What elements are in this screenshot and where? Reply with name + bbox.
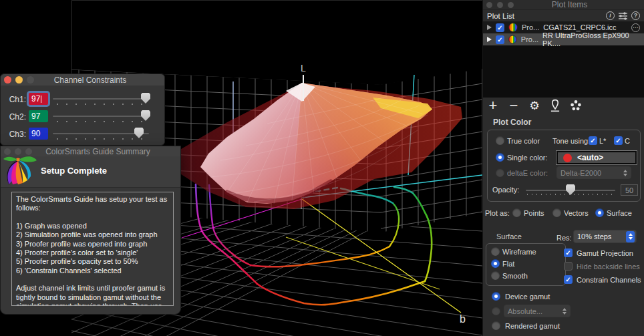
true-color-radio[interactable] [496,136,504,145]
close-icon[interactable] [4,76,11,83]
help-icon[interactable]: ? [631,11,640,20]
flat-radio[interactable] [491,259,500,268]
tone-l-checkbox[interactable]: ✓ [589,136,597,145]
disclosure-triangle-icon[interactable] [487,37,492,42]
plot-list-toolbar: + − ⚙ [487,99,582,112]
rendering-intent-dropdown: Absolute... [504,305,571,317]
add-profile-button[interactable]: + [487,99,499,112]
channel-constraints-window: Channel Constraints Ch1: 97 Ch2: 97 Ch3:… [0,73,165,146]
minimize-icon[interactable] [497,2,503,8]
disclosure-triangle-icon[interactable] [487,25,492,30]
plot-as-points-radio[interactable] [512,208,521,217]
hide-backside-lines-checkbox [564,262,573,271]
channel-1-input[interactable]: 97 [29,93,48,105]
opacity-label: Opacity: [492,186,519,194]
rendered-gamut-label: Rendered gamut [505,322,560,330]
row-prefix: Pro... [522,23,539,31]
channel-label: Ch2: [6,112,26,122]
channel-label: Ch3: [6,130,26,139]
close-icon[interactable] [4,148,11,155]
deltae-color-label: deltaE color: [507,169,548,177]
constrain-channels-label: Constrain Channels [577,276,641,284]
app-window: L b Channel Constraints Ch1: 97 Ch2: 97 … [0,0,644,336]
b-axis-label: b [460,313,466,325]
l-axis-label: L [301,63,306,73]
tone-using-label: Tone using: [552,137,590,145]
text-caret [41,96,41,103]
surface-group-label: Surface [496,232,522,240]
smooth-label: Smooth [502,272,528,280]
guide-step: 6) 'Constrain Channels' selected [16,267,169,275]
flat-label: Flat [502,260,514,268]
channel-3-input[interactable]: 90 [29,128,48,140]
channel-constraints-titlebar[interactable]: Channel Constraints [1,74,164,86]
plot-as-surface-radio[interactable] [595,208,604,217]
window-title: Channel Constraints [38,75,142,85]
plot-as-vectors-radio[interactable] [552,208,561,217]
plot-items-titlebar[interactable]: Plot Items [483,0,644,10]
visibility-checkbox[interactable]: ✓ [496,35,504,44]
colorsmarts-header: Setup Complete [1,156,180,188]
guide-intro: The ColorSmarts Guide has setup your tes… [16,195,169,213]
rendered-gamut-radio[interactable] [492,321,500,330]
wireframe-radio[interactable] [491,247,500,256]
gamut-projection-label: Gamut Projection [577,249,633,257]
channel-2-input[interactable]: 97 [29,110,48,122]
deltae-color-radio [496,168,504,177]
zoom-icon [25,148,32,155]
guide-step: 1) Graph was opened [16,222,169,230]
row-ellipsis-icon[interactable]: ⋯ [631,23,640,32]
eyedropper-icon[interactable] [549,99,561,112]
guide-step: 3) Proofer profile was opened into graph [16,240,169,248]
gear-icon[interactable]: ⚙ [528,99,540,112]
channel-1-slider[interactable] [53,98,149,100]
zoom-icon [508,2,514,8]
profile-name: CGATS21_CRPC6.icc [543,23,616,31]
channel-2-slider-thumb[interactable] [141,110,150,121]
channel-2-slider[interactable] [53,116,149,117]
channel-row: Ch3: 90 [1,128,164,142]
minimize-icon[interactable] [15,76,23,83]
plot-list-label: Plot List [487,12,603,20]
stepper-icon [623,170,627,176]
plot-as-label: Plot as: [485,209,510,217]
close-icon[interactable] [486,2,492,8]
tone-c-label: C [625,137,630,145]
color-dots-icon[interactable] [570,99,582,112]
visibility-checkbox[interactable]: ✓ [496,23,504,32]
row-prefix: Pro... [521,35,538,43]
resolution-dropdown[interactable]: 10% steps [573,230,637,243]
guide-step: 2) Simulation profile was opened into gr… [16,230,169,239]
single-color-label: Single color: [507,154,548,162]
tone-c-checkbox[interactable]: ✓ [614,136,623,145]
single-color-radio[interactable] [496,153,504,162]
opacity-value[interactable]: 50 [621,184,638,196]
res-label: Res: [556,234,572,242]
constrain-channels-checkbox[interactable]: ✓ [564,275,573,284]
minimize-icon[interactable] [15,148,21,155]
channel-3-slider-thumb[interactable] [134,128,144,138]
device-gamut-radio[interactable] [492,292,500,301]
stepper-icon [626,231,635,242]
deltae-metric-dropdown: Delta-E2000 [556,166,631,179]
filter-settings-icon[interactable] [618,11,628,20]
single-color-well[interactable]: <auto> [556,151,637,164]
profile-name: RR UltraProGloss EpX900 PK.... [542,31,640,47]
rendering-intent-radio [492,307,500,315]
guide-step: 5) Proofer profile's opacity set to 50% [16,257,169,266]
info-icon[interactable]: i [606,11,615,20]
guide-summary-text: The ColorSmarts Guide has setup your tes… [11,192,174,306]
plot-list-header: Plot List i ? [483,10,644,21]
remove-profile-button[interactable]: − [508,99,520,112]
colorsmarts-window: ColorSmarts Guide Summary Setup Complete [0,146,181,315]
profile-rainbow-icon [508,35,517,44]
channel-1-slider-thumb[interactable] [141,93,150,104]
guide-footer: Adjust channel ink limits until proofer … [16,284,169,306]
true-color-label: True color [507,137,540,145]
gamut-projection-checkbox[interactable]: ✓ [564,248,573,257]
colorsmarts-titlebar[interactable]: ColorSmarts Guide Summary [1,146,180,156]
single-color-value: <auto> [577,153,603,162]
smooth-radio[interactable] [491,271,500,280]
plot-list-row-selected[interactable]: ✓ Pro... RR UltraProGloss EpX900 PK.... [483,33,644,45]
plot-list: ✓ Pro... CGATS21_CRPC6.icc ⋯ ✓ Pro. [483,21,644,98]
